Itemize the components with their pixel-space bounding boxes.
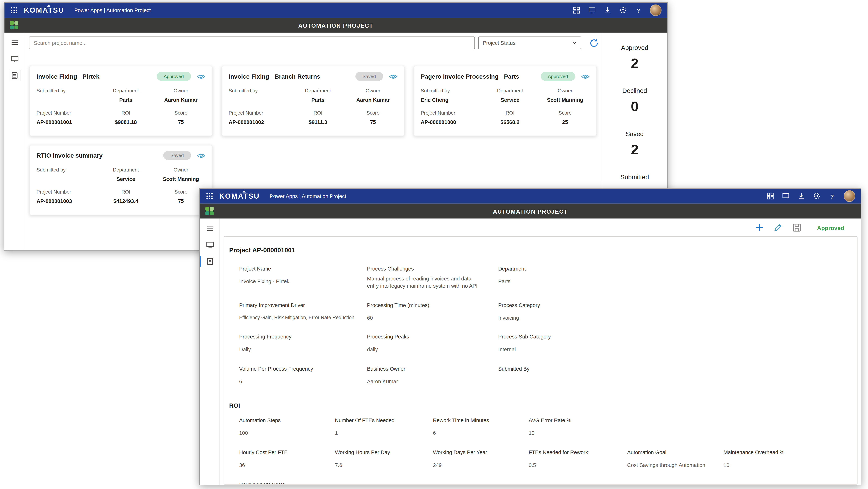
roi-value: $6568.2 xyxy=(479,119,540,125)
breadcrumb: Power Apps | Automation Project xyxy=(270,193,346,199)
edit-pencil-icon[interactable] xyxy=(773,223,783,232)
form-field: Automation Goal Cost Savings through Aut… xyxy=(627,449,723,469)
field-label: Process Challenges xyxy=(367,265,490,271)
left-rail xyxy=(200,219,220,485)
form-field: Development Costs 0 xyxy=(239,481,335,485)
status-badge: Approved xyxy=(156,72,191,81)
project-status-dropdown-label: Project Status xyxy=(483,40,515,46)
screen-icon[interactable] xyxy=(588,6,596,14)
form-field: Processing Time (minutes) 60 xyxy=(367,302,498,322)
field-value: 6 xyxy=(433,430,520,437)
field-label: AVG Error Rate % xyxy=(529,417,618,423)
search-input[interactable] xyxy=(29,36,475,49)
screens-nav-icon[interactable] xyxy=(4,54,24,64)
screens-nav-icon[interactable] xyxy=(200,240,219,250)
card-labels-row: Project Number ROI Score xyxy=(36,189,206,195)
view-eye-icon[interactable] xyxy=(197,151,206,160)
card-values-row: Parts Aaron Kumar xyxy=(36,97,206,103)
project-number-value: AP-000001003 xyxy=(36,198,95,204)
field-label: Volume Per Process Frequency xyxy=(239,366,358,372)
project-card[interactable]: Pagero Invoice Processing - Parts Approv… xyxy=(413,66,597,136)
field-label: Number Of FTEs Needed xyxy=(335,417,424,423)
field-value: daily xyxy=(367,347,486,354)
project-card[interactable]: RTIO invoice summary Saved Submitted by … xyxy=(29,145,213,215)
field-value: 10 xyxy=(529,430,618,437)
save-icon[interactable] xyxy=(792,223,802,232)
project-number-label: Project Number xyxy=(36,189,95,195)
card-values-row: Service Scott Manning xyxy=(36,176,206,182)
form-field: Primary Improvement Driver Efficiency Ga… xyxy=(239,302,367,322)
komatsu-logo-mark xyxy=(243,190,246,192)
view-eye-icon[interactable] xyxy=(197,72,206,80)
card-values-row: AP-000001002 $9111.3 75 xyxy=(228,119,398,125)
owner-label: Owner xyxy=(541,88,590,94)
settings-gear-icon[interactable] xyxy=(619,6,627,14)
project-number-value: AP-000001000 xyxy=(421,119,479,125)
waffle-menu-icon[interactable] xyxy=(8,5,19,16)
apps-module-icon[interactable] xyxy=(572,6,580,14)
field-value: Aaron Kumar xyxy=(367,379,486,386)
project-card[interactable]: Invoice Fixing - Branch Returns Saved Su… xyxy=(221,66,405,136)
field-value: Invoice Fixing - Pirtek xyxy=(239,278,358,285)
settings-gear-icon[interactable] xyxy=(813,192,820,200)
waffle-menu-icon[interactable] xyxy=(204,191,215,202)
field-label: Department xyxy=(498,265,842,271)
screen: KOMATSU Power Apps | Automation Project … xyxy=(0,0,868,489)
project-number-label: Project Number xyxy=(421,110,479,116)
help-icon[interactable]: ? xyxy=(634,6,642,14)
field-label: Maintenance Overhead % xyxy=(723,449,842,455)
roi-section-title: ROI xyxy=(229,402,851,409)
field-label: Automation Steps xyxy=(239,417,326,423)
app-logo-icon xyxy=(205,206,214,216)
status-badge: Approved xyxy=(541,72,575,81)
hamburger-menu-icon[interactable] xyxy=(200,223,219,233)
project-status-dropdown[interactable]: Project Status xyxy=(478,36,581,49)
submitted-by-value xyxy=(36,97,95,103)
form-field: Business Owner Aaron Kumar xyxy=(367,366,498,386)
user-avatar[interactable] xyxy=(650,4,661,16)
score-value: 25 xyxy=(541,119,590,125)
field-value: Cost Savings through Automation xyxy=(627,462,715,469)
field-value: Daily xyxy=(239,347,358,354)
view-eye-icon[interactable] xyxy=(389,72,398,80)
form-field: Project Name Invoice Fixing - Pirtek xyxy=(239,265,367,290)
card-head: RTIO invoice summary Saved xyxy=(36,151,206,160)
download-icon[interactable] xyxy=(797,192,805,200)
card-labels-row: Project Number ROI Score xyxy=(421,110,590,116)
card-head: Invoice Fixing - Branch Returns Saved xyxy=(228,72,398,81)
user-avatar[interactable] xyxy=(844,190,855,202)
apps-module-icon[interactable] xyxy=(766,192,774,200)
card-title: Invoice Fixing - Branch Returns xyxy=(228,73,320,80)
view-eye-icon[interactable] xyxy=(581,72,590,80)
screen-icon[interactable] xyxy=(781,192,789,200)
stat-value: 0 xyxy=(631,98,639,114)
field-label: Working Hours Per Day xyxy=(335,449,424,455)
hamburger-menu-icon[interactable] xyxy=(4,37,24,47)
download-icon[interactable] xyxy=(603,6,611,14)
projects-form-nav-icon[interactable] xyxy=(4,70,24,81)
field-value: 6 xyxy=(239,379,358,386)
project-card[interactable]: Invoice Fixing - Pirtek Approved Submitt… xyxy=(29,66,213,136)
card-title: Invoice Fixing - Pirtek xyxy=(36,73,99,80)
field-value: Internal xyxy=(498,347,617,354)
form-field: Working Days Per Year 249 xyxy=(433,449,529,469)
field-value: 36 xyxy=(239,462,326,469)
field-label: Submitted By xyxy=(498,366,842,372)
stat-value: 2 xyxy=(631,55,639,71)
department-value: Parts xyxy=(287,97,348,103)
score-value: 75 xyxy=(156,198,206,204)
card-labels-row: Submitted by Department Owner xyxy=(228,88,398,94)
app-header: KOMATSU Power Apps | Automation Project … xyxy=(4,3,667,18)
roi-label: ROI xyxy=(479,110,540,116)
add-new-icon[interactable] xyxy=(754,223,764,232)
projects-form-nav-icon[interactable] xyxy=(200,256,219,266)
front-window: KOMATSU Power Apps | Automation Project … xyxy=(199,188,861,485)
help-icon[interactable]: ? xyxy=(828,192,836,200)
submitted-by-label: Submitted by xyxy=(228,88,287,94)
page-title: AUTOMATION PROJECT xyxy=(493,208,568,214)
score-value: 75 xyxy=(348,119,398,125)
field-label: Processing Peaks xyxy=(367,334,490,340)
status-badge: Saved xyxy=(163,151,191,160)
card-values-row: Eric Cheng Service Scott Manning xyxy=(421,97,590,103)
refresh-icon[interactable] xyxy=(589,38,599,48)
